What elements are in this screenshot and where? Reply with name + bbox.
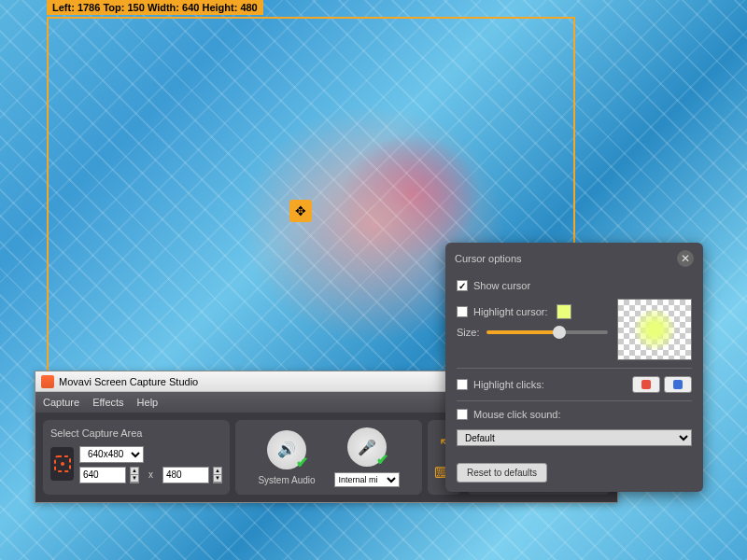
system-audio-label: System Audio [258, 475, 315, 485]
left-click-color-button[interactable] [632, 376, 660, 393]
highlight-clicks-checkbox[interactable] [457, 379, 468, 390]
window-title: Movavi Screen Capture Studio [59, 376, 198, 387]
move-handle-icon[interactable]: ✥ [289, 200, 312, 222]
microphone-item[interactable]: 🎤✔ Internal mi [334, 427, 400, 487]
menu-capture[interactable]: Capture [43, 397, 79, 408]
check-icon: ✔ [296, 454, 308, 471]
cursor-options-popup: Cursor options ✕ Show cursor Highlight c… [445, 243, 703, 492]
capture-area-title: Select Capture Area [50, 427, 222, 439]
menu-effects[interactable]: Effects [92, 397, 123, 408]
x-separator: x [148, 469, 153, 480]
size-label: Size: [457, 327, 479, 338]
menu-help[interactable]: Help [137, 397, 159, 408]
cursor-preview [617, 299, 692, 360]
svg-point-1 [61, 462, 64, 466]
show-cursor-label: Show cursor [473, 280, 530, 291]
height-input[interactable] [162, 467, 209, 483]
color-dot [641, 380, 651, 389]
width-input[interactable] [79, 467, 126, 483]
close-button[interactable]: ✕ [677, 250, 694, 267]
audio-panel: 🔊✔ System Audio 🎤✔ Internal mi [235, 420, 422, 495]
capture-area-panel: Select Capture Area 640x480 ▲▼ x ▲▼ [43, 420, 230, 495]
highlight-cursor-checkbox[interactable] [457, 306, 468, 317]
divider [457, 368, 692, 369]
resolution-select[interactable]: 640x480 [79, 446, 144, 463]
reset-to-defaults-button[interactable]: Reset to defaults [457, 463, 547, 483]
app-icon [41, 375, 54, 388]
width-spinner[interactable]: ▲▼ [130, 467, 139, 483]
speaker-icon: 🔊✔ [267, 430, 306, 469]
divider [457, 400, 692, 401]
microphone-select[interactable]: Internal mi [334, 472, 400, 487]
height-spinner[interactable]: ▲▼ [213, 467, 222, 483]
show-cursor-checkbox[interactable] [457, 280, 468, 291]
capture-coordinates-label: Left: 1786 Top: 150 Width: 640 Height: 4… [47, 0, 263, 15]
check-icon: ✔ [376, 451, 388, 469]
highlight-color-swatch[interactable] [557, 304, 571, 319]
microphone-icon: 🎤✔ [347, 427, 387, 467]
system-audio-item[interactable]: 🔊✔ System Audio [258, 430, 315, 485]
right-click-color-button[interactable] [664, 376, 692, 393]
crosshair-icon [52, 454, 73, 474]
select-area-button[interactable] [50, 447, 74, 481]
mouse-click-sound-label: Mouse click sound: [473, 409, 561, 420]
highlight-cursor-label: Highlight cursor: [473, 306, 547, 317]
slider-thumb[interactable] [553, 326, 566, 339]
mouse-click-sound-checkbox[interactable] [457, 409, 468, 420]
click-sound-select[interactable]: Default [457, 429, 692, 446]
size-slider[interactable] [486, 330, 608, 334]
popup-title: Cursor options [455, 253, 522, 264]
color-dot [673, 380, 683, 389]
highlight-clicks-label: Highlight clicks: [473, 379, 544, 390]
